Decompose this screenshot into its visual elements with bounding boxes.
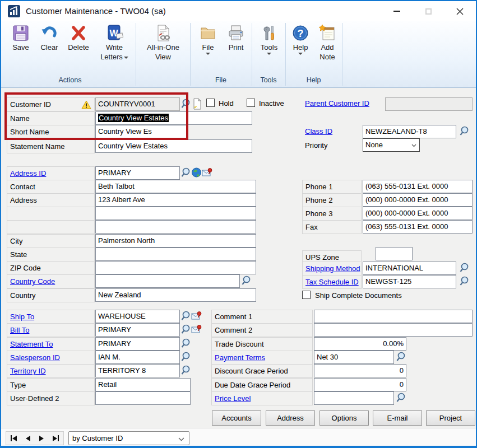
fax-field[interactable]: (063) 555-0131 Ext. 0000: [363, 220, 473, 234]
project-button[interactable]: Project: [426, 410, 475, 426]
class-id-field[interactable]: NEWZEALAND-T8: [363, 125, 456, 138]
phone3-field[interactable]: (000) 000-0000 Ext. 0000: [363, 207, 473, 220]
salesperson-id-field[interactable]: IAN M.: [95, 351, 180, 364]
address-line1-field[interactable]: 123 Albert Ave: [95, 193, 256, 207]
address-id-lookup-icon[interactable]: [180, 167, 191, 179]
tools-button[interactable]: Tools: [256, 24, 283, 55]
all-in-one-label-1: All-in-One: [140, 43, 186, 52]
payment-terms-lookup-icon[interactable]: [396, 351, 406, 363]
map-globe-icon[interactable]: [191, 167, 202, 179]
customer-notes-icon[interactable]: [192, 98, 202, 110]
all-in-one-view-button[interactable]: All-in-One View: [140, 24, 186, 61]
first-record-button[interactable]: [10, 434, 18, 442]
file-button[interactable]: File: [195, 24, 221, 55]
close-button[interactable]: [447, 1, 473, 21]
phone2-field[interactable]: (000) 000-0000 Ext. 0000: [363, 193, 473, 207]
price-level-lookup-icon[interactable]: [396, 392, 406, 404]
save-label: Save: [8, 43, 34, 52]
address-line3-field[interactable]: [95, 220, 256, 234]
statement-to-lookup-icon[interactable]: [180, 338, 191, 349]
minimize-button[interactable]: [384, 1, 410, 21]
statement-to-link[interactable]: Statement To: [10, 340, 53, 348]
salesperson-id-link[interactable]: Salesperson ID: [10, 353, 60, 362]
clear-label: Clear: [36, 43, 63, 52]
address-id-link[interactable]: Address ID: [10, 169, 46, 178]
comment2-field[interactable]: [314, 323, 473, 337]
zip-code-field[interactable]: [95, 261, 256, 274]
short-name-field[interactable]: Country View Es: [95, 125, 188, 138]
country-field[interactable]: New Zealand: [95, 288, 256, 302]
tax-schedule-link[interactable]: Tax Schedule ID: [305, 278, 359, 286]
statement-to-field[interactable]: PRIMARY: [95, 337, 180, 351]
ups-zone-field[interactable]: [376, 247, 413, 260]
shipping-method-lookup-icon[interactable]: [459, 262, 470, 274]
last-record-button[interactable]: [52, 434, 60, 442]
name-field[interactable]: Country View Estates: [95, 111, 252, 125]
price-level-link[interactable]: Price Level: [215, 394, 251, 403]
statement-name-field[interactable]: Country View Estates: [95, 139, 252, 153]
payment-terms-field[interactable]: Net 30: [314, 351, 394, 364]
ship-to-field[interactable]: WAREHOUSE: [95, 310, 180, 323]
parent-customer-id-field[interactable]: [385, 97, 473, 111]
state-field[interactable]: [95, 248, 256, 261]
bill-to-lookup-icon[interactable]: [180, 324, 191, 335]
due-date-grace-field[interactable]: 0: [314, 378, 406, 391]
salesperson-lookup-icon[interactable]: [180, 351, 191, 363]
hold-checkbox[interactable]: [206, 99, 215, 107]
territory-id-link[interactable]: Territory ID: [10, 367, 46, 375]
bill-to-letter-pin-icon[interactable]: [191, 324, 202, 335]
maximize-button[interactable]: [415, 1, 441, 21]
ship-to-lookup-icon[interactable]: [180, 310, 191, 322]
ship-complete-documents-checkbox[interactable]: [302, 291, 311, 299]
tax-schedule-lookup-icon[interactable]: [459, 276, 470, 287]
inactive-checkbox-label: Inactive: [259, 99, 284, 108]
customer-id-field[interactable]: COUNTRYV0001: [95, 97, 180, 111]
priority-dropdown[interactable]: None: [363, 138, 420, 152]
trade-discount-field[interactable]: 0.00%: [314, 337, 406, 351]
address-line2-field[interactable]: [95, 207, 256, 220]
parent-customer-id-link[interactable]: Parent Customer ID: [305, 99, 369, 108]
sort-by-dropdown[interactable]: by Customer ID: [68, 431, 189, 445]
ship-to-letter-pin-icon[interactable]: [191, 310, 202, 322]
country-code-lookup-icon[interactable]: [241, 275, 252, 287]
ship-to-link[interactable]: Ship To: [10, 312, 34, 321]
country-code-field[interactable]: [95, 274, 240, 288]
territory-lookup-icon[interactable]: [180, 365, 191, 376]
print-button[interactable]: Print: [222, 24, 250, 52]
price-level-field[interactable]: [314, 391, 394, 405]
type-field[interactable]: Retail: [95, 378, 191, 391]
email-button[interactable]: E-mail: [373, 410, 422, 426]
contact-field[interactable]: Beth Talbot: [95, 180, 256, 193]
tax-schedule-field[interactable]: NEWGST-125: [363, 275, 456, 288]
customer-id-lookup-icon[interactable]: [180, 98, 191, 110]
clear-button[interactable]: Clear: [36, 24, 63, 52]
user-defined-2-field[interactable]: [95, 391, 191, 405]
write-letters-button[interactable]: W Write Letters: [96, 24, 132, 61]
next-record-button[interactable]: [38, 435, 45, 442]
discount-grace-field[interactable]: 0: [314, 364, 406, 377]
class-id-link[interactable]: Class ID: [305, 127, 332, 136]
phone1-field[interactable]: (063) 555-0131 Ext. 0000: [363, 180, 473, 193]
address-button[interactable]: Address: [266, 410, 315, 426]
class-id-lookup-icon[interactable]: [459, 125, 470, 137]
help-button[interactable]: ? Help: [288, 24, 313, 55]
bill-to-link[interactable]: Bill To: [10, 326, 29, 334]
comment1-field[interactable]: [314, 310, 473, 323]
add-note-button[interactable]: Add Note: [314, 24, 341, 61]
payment-terms-link[interactable]: Payment Terms: [215, 353, 265, 362]
delete-button[interactable]: Delete: [64, 24, 93, 52]
options-button[interactable]: Options: [319, 410, 369, 426]
save-button[interactable]: Save: [8, 24, 34, 52]
shipping-method-field[interactable]: INTERNATIONAL: [363, 262, 456, 275]
address-id-field[interactable]: PRIMARY: [95, 166, 180, 180]
country-code-link[interactable]: Country Code: [10, 277, 55, 286]
city-field[interactable]: Palmerston North: [95, 234, 256, 248]
accounts-button[interactable]: Accounts: [212, 410, 261, 426]
write-letter-pin-icon[interactable]: [202, 167, 212, 179]
all-in-one-label-2: View: [140, 53, 186, 61]
inactive-checkbox[interactable]: [247, 99, 255, 107]
territory-id-field[interactable]: TERRITORY 8: [95, 364, 180, 377]
bill-to-field[interactable]: PRIMARY: [95, 323, 180, 337]
previous-record-button[interactable]: [25, 435, 31, 442]
shipping-method-link[interactable]: Shipping Method: [305, 264, 360, 273]
